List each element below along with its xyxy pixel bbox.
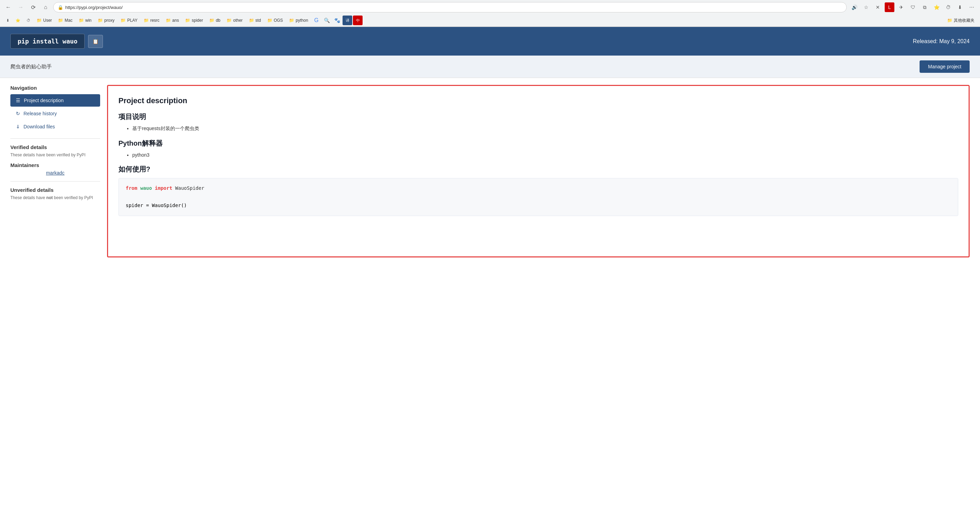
maintainer-link[interactable]: markadc (10, 170, 100, 176)
project-description-panel: Project description 项目说明 基于requests封装的一个… (107, 85, 970, 257)
bookmark-std[interactable]: 📁 std (246, 17, 264, 24)
bookmark-label: win (85, 18, 92, 23)
code-block: from wauo import WauoSpider spider = Wau… (118, 178, 958, 216)
bookmark-PLAY[interactable]: 📁 PLAY (118, 17, 140, 24)
download-icon: ⇓ (16, 124, 20, 129)
folder-icon: 📁 (267, 18, 272, 23)
lock-icon: 🔒 (58, 5, 63, 10)
browser-extension-1[interactable]: ✕ (873, 2, 883, 12)
google-icon[interactable]: G (312, 16, 321, 25)
browser-extension-2[interactable]: L (885, 2, 894, 12)
extension-red[interactable]: 中 (353, 16, 363, 25)
downloads-button[interactable]: ⬇ (955, 2, 965, 12)
bullet-requests: 基于requests封装的一个爬虫类 (132, 125, 958, 132)
manage-project-button[interactable]: Manage project (920, 60, 970, 73)
bookmark-label: std (256, 18, 261, 23)
sidebar-divider-2 (10, 181, 100, 181)
bookmark-spider[interactable]: 📁 spider (182, 17, 206, 24)
section-title-how-to-use: 如何使用? (118, 165, 958, 174)
sidebar: Navigation ☰ Project description ↻ Relea… (10, 85, 100, 257)
folder-icon: 📁 (166, 18, 171, 23)
sidebar-item-label: Project description (24, 98, 64, 103)
bookmark-proxy[interactable]: 📁 proxy (95, 17, 117, 24)
bookmark-label: ans (172, 18, 179, 23)
search-icon[interactable]: 🔍 (322, 16, 331, 25)
unverified-details-desc: These details have not been verified by … (10, 195, 100, 201)
more-button[interactable]: ⋯ (967, 2, 977, 12)
verified-details-label: Verified details (10, 144, 100, 150)
bookmark-User[interactable]: 📁 User (34, 17, 54, 24)
back-button[interactable]: ← (3, 2, 13, 12)
browser-chrome: ← → ⟳ ⌂ 🔒 https://pypi.org/project/wauo/… (0, 0, 980, 27)
bookmark-other[interactable]: 📁 other (224, 17, 245, 24)
bookmark-resrc[interactable]: 📁 resrc (141, 17, 162, 24)
section-title-project-info: 项目说明 (118, 112, 958, 121)
sidebar-item-project-description[interactable]: ☰ Project description (10, 94, 100, 106)
release-date: Released: May 9, 2024 (913, 38, 970, 44)
folder-icon: 📁 (226, 18, 232, 23)
project-tagline: 爬虫者的贴心助手 (10, 63, 52, 70)
browser-toolbar: ← → ⟳ ⌂ 🔒 https://pypi.org/project/wauo/… (0, 0, 980, 14)
bookmarks-nav-left[interactable]: ⬇ (3, 16, 13, 25)
unverified-details-label: Unverified details (10, 187, 100, 193)
browser-extension-4[interactable]: 🛡 (908, 2, 918, 12)
bookmarks-nav-favorites[interactable]: ⭐ (13, 16, 23, 25)
sidebar-item-download-files[interactable]: ⇓ Download files (10, 121, 100, 133)
navigation-label: Navigation (10, 85, 100, 91)
verified-details-desc: These details have been verified by PyPI (10, 152, 100, 158)
toolbar-icons: 🔊 ☆ ✕ L ✈ 🛡 ⧉ ⭐ ⏱ ⬇ ⋯ (850, 2, 977, 12)
folder-icon: 📁 (249, 18, 254, 23)
browser-extension-3[interactable]: ✈ (896, 2, 906, 12)
code-line-2: spider = WauoSpider() (126, 201, 951, 210)
address-bar[interactable]: 🔒 https://pypi.org/project/wauo/ (53, 2, 847, 13)
pypi-header-banner: pip install wauo 📋 Released: May 9, 2024 (0, 27, 980, 56)
reload-button[interactable]: ⟳ (28, 2, 38, 12)
bookmark-db[interactable]: 📁 db (207, 17, 223, 24)
bookmarks-nav-history[interactable]: ⏱ (24, 16, 33, 25)
folder-icon: 📁 (58, 18, 63, 23)
bookmark-OGS[interactable]: 📁 OGS (264, 17, 286, 24)
bullet-python3: python3 (132, 152, 958, 158)
bookmark-Mac[interactable]: 📁 Mac (55, 17, 75, 24)
bookmark-label: db (216, 18, 220, 23)
bookmark-label: OGS (274, 18, 283, 23)
history-button[interactable]: ⏱ (943, 2, 953, 12)
sidebar-item-label: Download files (24, 124, 55, 129)
keyword-from: from (126, 185, 137, 191)
folder-icon: 📁 (121, 18, 126, 23)
bookmarks-bar: ⬇ ⭐ ⏱ 📁 User 📁 Mac 📁 win 📁 proxy 📁 PLAY … (0, 14, 980, 27)
extension-trans[interactable]: 译 (342, 16, 352, 25)
split-view-button[interactable]: ⧉ (920, 2, 929, 12)
bookmark-label: spider (192, 18, 203, 23)
extension-paw[interactable]: 🐾 (332, 16, 342, 25)
other-bookmarks[interactable]: 📁 其他收藏夹 (945, 17, 977, 24)
bookmark-label: Mac (65, 18, 73, 23)
bookmark-label: python (296, 18, 308, 23)
bookmark-label: other (233, 18, 242, 23)
folder-icon: 📁 (185, 18, 190, 23)
home-button[interactable]: ⌂ (41, 2, 51, 12)
read-aloud-button[interactable]: 🔊 (850, 2, 859, 12)
bookmark-win[interactable]: 📁 win (76, 17, 94, 24)
forward-button[interactable]: → (16, 2, 25, 12)
folder-icon: 📁 (947, 18, 952, 23)
pip-install-command: pip install wauo (10, 34, 84, 49)
favorites-button[interactable]: ☆ (861, 2, 871, 12)
page-wrapper: pip install wauo 📋 Released: May 9, 2024… (0, 27, 980, 518)
section-title-python-interpreter: Python解释器 (118, 139, 958, 148)
bookmark-python[interactable]: 📁 python (286, 17, 311, 24)
project-description-title: Project description (118, 96, 958, 105)
favorites-star-button[interactable]: ⭐ (932, 2, 941, 12)
folder-icon: 📁 (289, 18, 294, 23)
bookmark-ans[interactable]: 📁 ans (163, 17, 181, 24)
sidebar-item-release-history[interactable]: ↻ Release history (10, 107, 100, 120)
bookmark-label: proxy (104, 18, 114, 23)
sidebar-item-label: Release history (24, 111, 57, 116)
bookmark-label: PLAY (127, 18, 137, 23)
folder-icon: 📁 (79, 18, 84, 23)
pip-install-box: pip install wauo 📋 (10, 34, 103, 49)
copy-button[interactable]: 📋 (88, 35, 103, 48)
folder-icon: 📁 (209, 18, 215, 23)
folder-icon: 📁 (144, 18, 149, 23)
maintainers-label: Maintainers (10, 162, 100, 168)
